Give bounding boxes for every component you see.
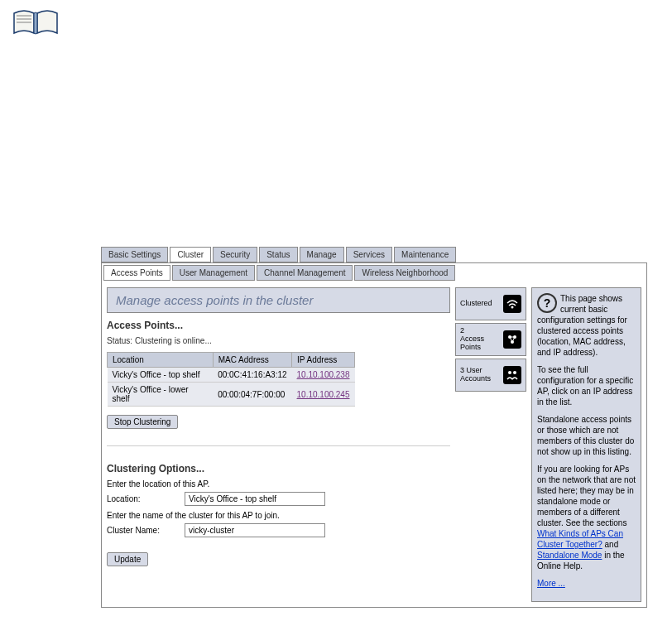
users-icon [503,366,521,384]
access-points-heading: Access Points... [107,320,450,331]
table-row: Vicky's Office - lower shelf 00:00:04:7F… [108,383,355,407]
cell-location: Vicky's Office - lower shelf [108,383,214,407]
tab-security[interactable]: Security [213,247,257,262]
access-points-box[interactable]: 2AccessPoints [455,323,526,356]
ap-icon [503,330,521,349]
svg-point-5 [513,371,516,374]
col-location: Location [108,353,214,368]
tab-status[interactable]: Status [259,247,297,262]
col-ip: IP Address [292,353,355,368]
svg-point-0 [511,306,514,309]
location-input[interactable] [185,492,325,506]
col-mac: MAC Address [213,353,291,368]
tab-services[interactable]: Services [346,247,392,262]
cell-mac: 00:0C:41:16:A3:12 [213,368,291,383]
main-panel: Manage access points in the cluster Acce… [107,287,455,602]
stop-clustering-button[interactable]: Stop Clustering [107,415,178,429]
user-count-label: 3 UserAccounts [460,367,491,383]
location-prompt: Enter the location of this AP. [107,479,450,489]
help-link-standalone[interactable]: Standalone Mode [537,551,602,560]
book-icon [12,8,672,40]
help-text: To see the full configuration for a spec… [537,364,636,407]
cluster-name-label: Cluster Name: [107,526,178,535]
help-icon: ? [537,293,557,313]
user-accounts-box[interactable]: 3 UserAccounts [455,359,526,392]
tab-basic[interactable]: Basic Settings [101,247,168,262]
clustered-label: Clustered [460,300,492,308]
tab-manage[interactable]: Manage [300,247,344,262]
page-title: Manage access points in the cluster [107,287,450,313]
sub-tabs: Access Points User Management Channel Ma… [101,262,647,282]
subtab-access-points[interactable]: Access Points [103,265,170,281]
divider [107,445,450,446]
subtab-user-management[interactable]: User Management [172,265,255,281]
right-panel: Clustered 2AccessPoints 3 UserAccounts [455,287,641,602]
access-points-table: Location MAC Address IP Address Vicky's … [107,352,355,407]
location-label: Location: [107,494,178,503]
help-panel: ? This page shows current basic configur… [531,287,641,602]
ip-link[interactable]: 10.10.100.245 [297,390,350,399]
status-text: Status: Clustering is online... [107,336,450,345]
content-frame: Manage access points in the cluster Acce… [101,282,647,608]
ap-count-label: 2AccessPoints [460,327,484,352]
more-link[interactable]: More ... [537,579,565,588]
cluster-name-input[interactable] [185,523,325,537]
svg-point-4 [508,371,511,374]
tab-cluster[interactable]: Cluster [170,247,211,262]
cell-mac: 00:00:04:7F:00:00 [213,383,291,407]
clustering-options-heading: Clustering Options... [107,463,450,474]
table-row: Vicky's Office - top shelf 00:0C:41:16:A… [108,368,355,383]
ip-link[interactable]: 10.10.100.238 [297,370,350,379]
help-text: If you are looking for APs on the networ… [537,464,636,571]
subtab-wireless-neighborhood[interactable]: Wireless Neighborhood [354,265,455,281]
help-text: Standalone access points or those which … [537,414,636,457]
tab-maintenance[interactable]: Maintenance [394,247,456,262]
cluster-prompt: Enter the name of the cluster for this A… [107,511,450,520]
main-tabs: Basic Settings Cluster Security Status M… [101,247,647,262]
wireless-icon [503,295,521,313]
clustered-box[interactable]: Clustered [455,287,526,320]
cell-location: Vicky's Office - top shelf [108,368,214,383]
update-button[interactable]: Update [107,552,148,566]
subtab-channel-management[interactable]: Channel Management [257,265,353,281]
